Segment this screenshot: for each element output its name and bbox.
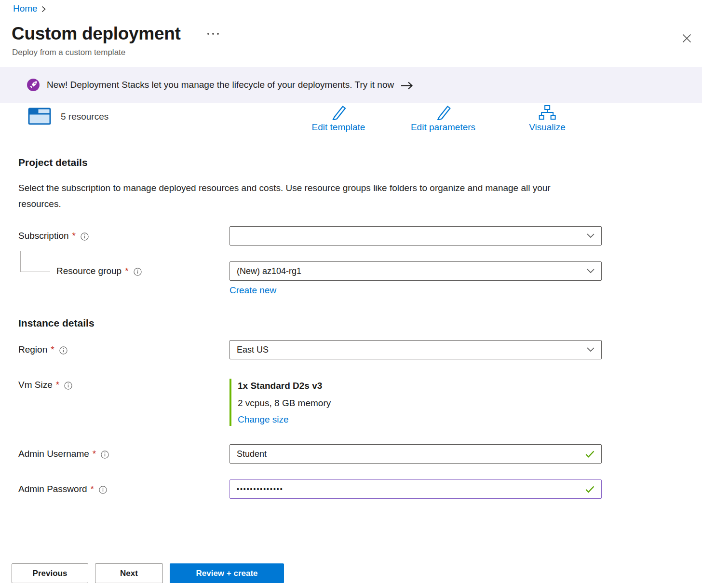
close-button[interactable] xyxy=(680,32,693,47)
admin-username-field xyxy=(230,444,602,464)
visualize-icon xyxy=(539,105,556,120)
deployment-form: Subscription* Resource group* (New) az10… xyxy=(0,226,702,499)
admin-password-row: Admin Password* xyxy=(18,479,702,499)
admin-password-field xyxy=(230,479,602,499)
info-icon[interactable] xyxy=(64,382,72,390)
banner-text: New! Deployment Stacks let you manage th… xyxy=(47,80,394,90)
checkmark-icon xyxy=(585,451,594,458)
info-icon[interactable] xyxy=(59,346,68,355)
change-size-link[interactable]: Change size xyxy=(238,414,289,425)
info-icon[interactable] xyxy=(134,268,142,276)
vm-size-specs: 2 vcpus, 8 GB memory xyxy=(238,397,602,410)
edit-template-button[interactable]: Edit template xyxy=(312,105,365,133)
next-button[interactable]: Next xyxy=(95,563,163,583)
page-subtitle: Deploy from a custom template xyxy=(12,48,702,57)
edit-parameters-button[interactable]: Edit parameters xyxy=(411,105,475,133)
region-value: East US xyxy=(237,345,269,355)
breadcrumb: Home xyxy=(0,0,702,14)
chevron-down-icon xyxy=(587,269,594,273)
vm-size-summary: 1x Standard D2s v3 2 vcpus, 8 GB memory … xyxy=(230,379,602,426)
resource-group-label: Resource group xyxy=(56,266,122,276)
pencil-icon xyxy=(434,105,452,120)
info-icon[interactable] xyxy=(99,486,107,494)
edit-template-label: Edit template xyxy=(312,122,365,133)
template-bar: 5 resources Edit template Edit parameter… xyxy=(0,105,702,140)
subscription-label: Subscription xyxy=(18,231,69,241)
region-dropdown[interactable]: East US xyxy=(230,340,602,359)
review-create-button[interactable]: Review + create xyxy=(170,563,284,583)
pencil-icon xyxy=(330,105,347,120)
required-marker: * xyxy=(56,380,59,390)
page-title: Custom deployment xyxy=(12,24,181,44)
breadcrumb-home-link[interactable]: Home xyxy=(13,3,38,14)
ellipsis-icon xyxy=(207,32,220,35)
required-marker: * xyxy=(125,266,128,276)
required-marker: * xyxy=(93,449,96,459)
template-resources-count: 5 resources xyxy=(61,111,108,122)
required-marker: * xyxy=(72,231,76,241)
instance-details-heading: Instance details xyxy=(18,317,702,329)
chevron-down-icon xyxy=(587,347,594,352)
subscription-dropdown[interactable] xyxy=(230,226,602,246)
admin-username-input[interactable] xyxy=(237,449,580,459)
info-icon[interactable] xyxy=(81,232,89,241)
vm-size-selection: 1x Standard D2s v3 xyxy=(238,380,602,392)
child-field-connector xyxy=(20,251,50,272)
chevron-down-icon xyxy=(587,233,594,238)
edit-parameters-label: Edit parameters xyxy=(411,122,475,133)
previous-button[interactable]: Previous xyxy=(12,563,88,583)
vm-size-label: Vm Size xyxy=(18,380,53,390)
project-details-description: Select the subscription to manage deploy… xyxy=(18,180,578,212)
region-label: Region xyxy=(18,344,47,355)
resource-group-row: Resource group* (New) az104-rg1 Create n… xyxy=(18,261,702,296)
admin-username-row: Admin Username* xyxy=(18,444,702,464)
vm-size-row: Vm Size* 1x Standard D2s v3 2 vcpus, 8 G… xyxy=(18,379,702,426)
deployment-stacks-banner[interactable]: New! Deployment Stacks let you manage th… xyxy=(0,67,702,103)
more-options-button[interactable] xyxy=(204,29,223,38)
breadcrumb-chevron-icon xyxy=(41,6,46,13)
rocket-icon xyxy=(27,78,40,92)
visualize-label: Visualize xyxy=(529,122,566,133)
visualize-button[interactable]: Visualize xyxy=(529,105,566,133)
required-marker: * xyxy=(91,484,94,494)
project-details-heading: Project details xyxy=(18,157,702,168)
close-icon xyxy=(682,34,691,43)
required-marker: * xyxy=(51,344,54,355)
info-icon[interactable] xyxy=(101,451,109,459)
checkmark-icon xyxy=(585,486,594,493)
arrow-right-icon xyxy=(401,82,413,90)
admin-password-label: Admin Password xyxy=(18,484,87,494)
resource-group-value: (New) az104-rg1 xyxy=(237,266,301,276)
template-icon xyxy=(28,108,51,125)
template-summary: 5 resources xyxy=(28,108,108,125)
region-row: Region* East US xyxy=(18,340,702,359)
admin-username-label: Admin Username xyxy=(18,449,89,459)
admin-password-input[interactable] xyxy=(237,485,580,493)
subscription-row: Subscription* xyxy=(18,226,702,246)
wizard-footer: Previous Next Review + create xyxy=(12,563,284,583)
create-new-link[interactable]: Create new xyxy=(230,285,276,296)
resource-group-dropdown[interactable]: (New) az104-rg1 xyxy=(230,261,602,281)
page-header: Custom deployment xyxy=(12,24,702,44)
